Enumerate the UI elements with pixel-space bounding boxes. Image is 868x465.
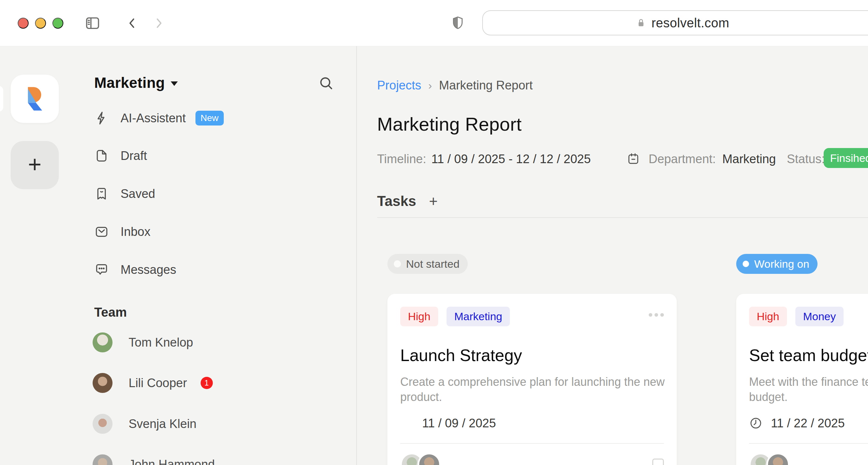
traffic-light-close[interactable] — [18, 18, 29, 29]
resolvelt-logo-icon — [19, 83, 50, 114]
card-title: Launch Strategy — [400, 346, 664, 365]
sidebar-item-inbox[interactable]: Inbox — [94, 222, 151, 242]
member-name: Tom Knelop — [129, 336, 193, 349]
tasks-section-header: Tasks + — [377, 193, 437, 209]
card-title: Set team budget — [749, 346, 868, 365]
task-card-set-team-budget[interactable]: High Money Set team budget Meet with the… — [736, 294, 868, 465]
traffic-light-zoom[interactable] — [53, 18, 63, 29]
sidebar-toggle-button[interactable] — [84, 15, 101, 32]
clock-icon — [749, 416, 763, 430]
member-name: Svenja Klein — [129, 417, 196, 431]
forward-button[interactable] — [151, 15, 167, 32]
due-date-row: 11 / 09 / 2025 — [400, 416, 664, 430]
tag-row: High Marketing — [400, 307, 664, 326]
sidebar-divider — [356, 46, 357, 465]
tasks-title: Tasks — [377, 193, 416, 209]
task-card-launch-strategy[interactable]: High Marketing Launch Strategy Create a … — [388, 294, 677, 465]
breadcrumb-current: Marketing Report — [439, 79, 533, 92]
timeline-label: Timeline: — [377, 152, 426, 166]
notification-badge: 1 — [200, 377, 213, 389]
sidebar-item-label: Saved — [121, 187, 155, 201]
avatar — [93, 455, 113, 465]
breadcrumb: Projects › Marketing Report — [377, 77, 533, 93]
card-menu-button[interactable] — [649, 313, 664, 317]
sidebar-item-ai-assistent[interactable]: AI-Assistent New — [94, 108, 224, 128]
breadcrumb-separator: › — [428, 79, 432, 92]
breadcrumb-link-projects[interactable]: Projects — [377, 79, 421, 92]
new-badge: New — [195, 111, 224, 125]
card-divider — [400, 443, 664, 444]
shield-icon — [451, 16, 465, 31]
sidebar-item-label: AI-Assistent — [121, 111, 186, 125]
attachment-icon — [652, 459, 664, 465]
avatar — [93, 332, 113, 352]
category-tag: Marketing — [446, 307, 510, 326]
status-dropdown[interactable]: Finsihed — [824, 148, 868, 168]
project-meta-row: Timeline: 11 / 09 / 2025 - 12 / 12 / 202… — [377, 149, 825, 169]
sidebar-item-saved[interactable]: Saved — [94, 183, 155, 204]
column-pill-working-on[interactable]: Working on — [736, 254, 817, 274]
team-member-john-hammond[interactable]: John Hammond — [93, 455, 215, 465]
priority-tag: High — [749, 307, 787, 326]
card-divider — [749, 443, 868, 444]
rail-pinned-indicator — [0, 86, 3, 112]
priority-tag: High — [400, 307, 438, 326]
messages-icon — [94, 262, 109, 277]
search-icon — [318, 75, 334, 91]
app-window: resolvelt.com + Marketing — [0, 0, 868, 465]
sidebar-item-messages[interactable]: Messages — [94, 259, 176, 280]
column-pill-not-started[interactable]: Not started — [388, 254, 468, 274]
app-logo[interactable] — [10, 75, 59, 123]
department-label: Department: — [649, 152, 716, 166]
url-bar[interactable]: resolvelt.com — [482, 10, 868, 35]
page-title: Marketing Report — [377, 113, 522, 135]
sidebar-item-draft[interactable]: Draft — [94, 145, 147, 166]
draft-icon — [94, 148, 109, 163]
card-footer — [400, 453, 664, 465]
timeline-value: 11 / 09 / 2025 - 12 / 12 / 2025 — [431, 152, 591, 166]
team-section-header: Team — [94, 305, 127, 320]
assignee-avatar — [417, 453, 441, 465]
team-member-tom-knelop[interactable]: Tom Knelop — [93, 332, 193, 352]
column-label: Working on — [754, 258, 809, 270]
chevron-left-icon — [125, 16, 139, 30]
chevron-right-icon — [152, 16, 166, 30]
avatar — [93, 373, 113, 393]
card-footer — [749, 453, 868, 465]
team-member-svenja-klein[interactable]: Svenja Klein — [93, 414, 196, 434]
tag-row: High Money — [749, 307, 868, 326]
team-member-lili-cooper[interactable]: Lili Cooper 1 — [93, 373, 213, 393]
status-label: Status: — [787, 152, 825, 166]
lock-icon — [635, 17, 647, 29]
card-description: Meet with the finance tea budget. — [749, 375, 868, 405]
traffic-light-minimize[interactable] — [35, 18, 46, 29]
status-dot-icon — [743, 261, 749, 267]
tasks-divider — [377, 217, 868, 218]
chevron-down-icon — [171, 81, 178, 86]
bookmark-icon — [94, 186, 109, 201]
sidebar-item-label: Messages — [121, 263, 176, 277]
browser-chrome: resolvelt.com — [0, 0, 868, 46]
add-task-button[interactable]: + — [429, 194, 438, 208]
add-workspace-button[interactable]: + — [10, 141, 59, 189]
inbox-icon — [94, 224, 109, 239]
plus-label: + — [28, 152, 41, 176]
assignee-avatar — [767, 453, 789, 465]
sidebar-item-label: Inbox — [121, 225, 151, 239]
avatar — [93, 414, 113, 434]
search-button[interactable] — [317, 74, 335, 92]
column-label: Not started — [406, 258, 459, 270]
status-value: Finsihed — [830, 152, 868, 165]
sidebar-toggle-icon — [84, 15, 101, 32]
calendar-icon — [626, 152, 641, 166]
department-value: Marketing — [722, 152, 776, 166]
card-description: Create a comprehensive plan for launchin… — [400, 375, 664, 405]
sidebar-item-label: Draft — [121, 149, 147, 163]
member-name: John Hammond — [129, 458, 215, 465]
due-date: 11 / 22 / 2025 — [771, 416, 845, 430]
privacy-shield-button[interactable] — [450, 15, 466, 32]
status-dot-icon — [394, 260, 401, 267]
back-button[interactable] — [124, 15, 141, 32]
workspace-switcher[interactable]: Marketing — [94, 72, 178, 93]
workspace-label: Marketing — [94, 74, 165, 91]
